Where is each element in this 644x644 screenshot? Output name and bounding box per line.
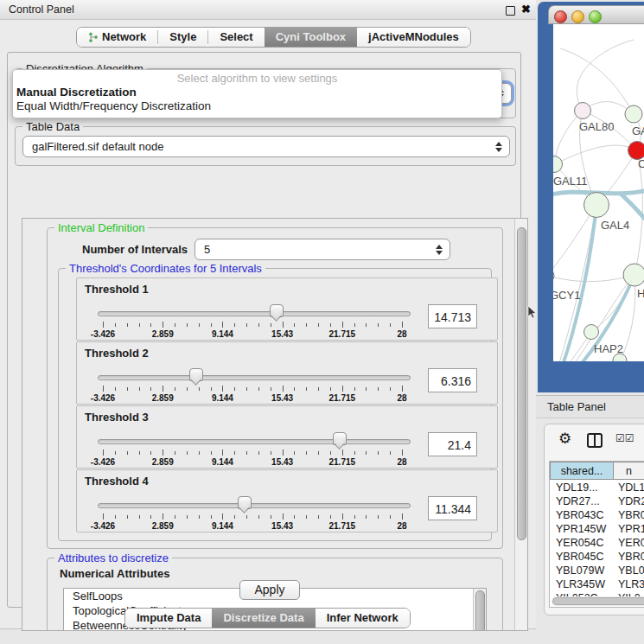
column-header-name[interactable]: n: [614, 462, 644, 480]
select-columns-checkbox-icons[interactable]: ☑☑: [615, 432, 634, 444]
network-view-canvas[interactable]: GAL80GACGAL11GAL4GCY1HHAP2: [553, 24, 644, 361]
zoom-traffic-light[interactable]: [589, 10, 602, 23]
table-row[interactable]: YLR345WYLR3: [550, 577, 644, 591]
table-row[interactable]: YBR045CYBR0: [550, 550, 644, 564]
minor-tick: [378, 451, 379, 455]
table-horizontal-scrollbar[interactable]: [552, 596, 644, 606]
cell-name: YPR1: [614, 522, 644, 536]
minor-tick: [306, 323, 307, 327]
threshold-value-field[interactable]: 21.4: [428, 432, 477, 456]
network-window-titlebar[interactable]: [548, 5, 644, 24]
column-header-shared-name[interactable]: shared...: [550, 462, 614, 480]
tab-impute-data[interactable]: Impute Data: [125, 609, 212, 628]
major-tick: [103, 513, 104, 520]
table-row[interactable]: YDL19...YDL1: [550, 481, 644, 494]
minor-tick: [139, 451, 140, 455]
tab-infer-network[interactable]: Infer Network: [316, 609, 410, 628]
node-gcy1[interactable]: [553, 269, 554, 283]
table-row[interactable]: YBL079WYBL0: [550, 564, 644, 577]
minor-tick: [150, 323, 151, 327]
tab-discretize-data[interactable]: Discretize Data: [212, 609, 315, 628]
tab-jactivemnodules[interactable]: jActiveMNodules: [357, 28, 470, 47]
node[interactable]: [625, 105, 642, 123]
table-panel-header: Table Panel: [536, 395, 644, 418]
minor-tick: [258, 515, 259, 519]
minor-tick: [318, 387, 319, 391]
slider-scale[interactable]: -3.4262.8599.14415.4321.71528: [103, 496, 402, 531]
gear-icon[interactable]: ⚙: [558, 431, 571, 446]
scrollbar-thumb[interactable]: [475, 590, 485, 631]
slider-scale[interactable]: -3.4262.8599.14415.4321.71528: [103, 304, 402, 339]
minimize-traffic-light[interactable]: [571, 10, 584, 23]
minor-tick: [390, 515, 391, 519]
threshold-value-field[interactable]: 6.316: [428, 368, 477, 392]
scrollbar-thumb[interactable]: [552, 597, 644, 605]
slider-thumb[interactable]: [238, 496, 252, 509]
minor-tick: [271, 323, 271, 327]
minor-tick: [354, 515, 355, 519]
table-row[interactable]: YDR27...YDR2: [550, 494, 644, 508]
tab-select[interactable]: Select: [208, 28, 264, 47]
table-row[interactable]: YPR145WYPR1: [550, 522, 644, 536]
threshold-label: Threshold 2: [85, 347, 149, 360]
major-tick: [342, 450, 343, 456]
node[interactable]: [623, 264, 644, 286]
settings-vertical-scrollbar[interactable]: [514, 219, 527, 630]
tab-network[interactable]: Network: [77, 28, 157, 47]
attributes-list-scrollbar[interactable]: [473, 589, 486, 631]
minor-tick: [258, 323, 259, 327]
cell-shared-name: YER054C: [550, 536, 614, 550]
group-title-table-data: Table Data: [22, 120, 83, 133]
tick-label: 9.144: [212, 521, 233, 531]
minor-tick: [234, 515, 235, 519]
slider-scale[interactable]: -3.4262.8599.14415.4321.71528: [103, 432, 402, 467]
major-tick: [222, 513, 223, 520]
table-row[interactable]: YER054CYER0: [550, 536, 644, 550]
dropdown-option-manual-discretization[interactable]: Manual Discretization: [16, 86, 137, 99]
cell-shared-name: YBR045C: [550, 550, 614, 564]
table-row[interactable]: YBR043CYBR0: [550, 508, 644, 522]
threshold-value-field[interactable]: 14.713: [428, 304, 477, 328]
minor-tick: [258, 387, 259, 391]
minor-tick: [318, 323, 319, 327]
columns-icon[interactable]: [587, 433, 603, 448]
threshold-label: Threshold 3: [85, 411, 149, 424]
node-gal4[interactable]: [584, 193, 609, 218]
minor-tick: [271, 387, 271, 391]
slider-thumb[interactable]: [189, 368, 203, 381]
tick-label: 21.715: [329, 329, 356, 339]
tab-cyni-toolbox[interactable]: Cyni Toolbox: [265, 28, 357, 47]
tick-label: 9.144: [212, 457, 233, 467]
number-of-intervals-combobox[interactable]: 5: [194, 239, 450, 260]
major-tick: [163, 450, 163, 456]
minor-tick: [175, 515, 175, 519]
node-label-gal11: GAL11: [553, 175, 588, 188]
node-hap2[interactable]: [584, 325, 599, 340]
minor-tick: [175, 387, 175, 391]
float-window-icon[interactable]: [506, 6, 515, 16]
dropdown-option-equal-width-frequency-discretization[interactable]: Equal Width/Frequency Discretization: [16, 99, 211, 112]
node-gal11[interactable]: [553, 156, 563, 173]
threshold-value-field[interactable]: 11.344: [428, 496, 477, 520]
node-label-h: H: [637, 287, 644, 300]
scrollbar-thumb[interactable]: [517, 227, 526, 540]
tab-style[interactable]: Style: [158, 28, 207, 47]
slider-scale[interactable]: -3.4262.8599.14415.4321.71528: [103, 368, 402, 403]
node-pink[interactable]: [575, 103, 591, 119]
tab-label: jActiveMNodules: [368, 28, 459, 47]
apply-button[interactable]: Apply: [239, 580, 300, 600]
major-tick: [402, 386, 403, 392]
minor-tick: [306, 515, 307, 519]
cell-shared-name: YLR345W: [550, 577, 614, 591]
node-label-c: C: [638, 157, 644, 170]
minor-tick: [139, 387, 140, 391]
slider-thumb[interactable]: [333, 432, 347, 445]
close-traffic-light[interactable]: [554, 10, 567, 23]
minor-tick: [211, 323, 212, 327]
slider-thumb[interactable]: [270, 304, 284, 317]
node-label-ga: GA: [632, 124, 644, 137]
close-icon[interactable]: ✖: [521, 3, 531, 16]
table-data-combobox[interactable]: galFiltered.sif default node: [22, 136, 510, 157]
minor-tick: [330, 451, 331, 455]
threshold-box-4: Threshold 4-3.4262.8599.14415.4321.71528…: [76, 469, 498, 532]
